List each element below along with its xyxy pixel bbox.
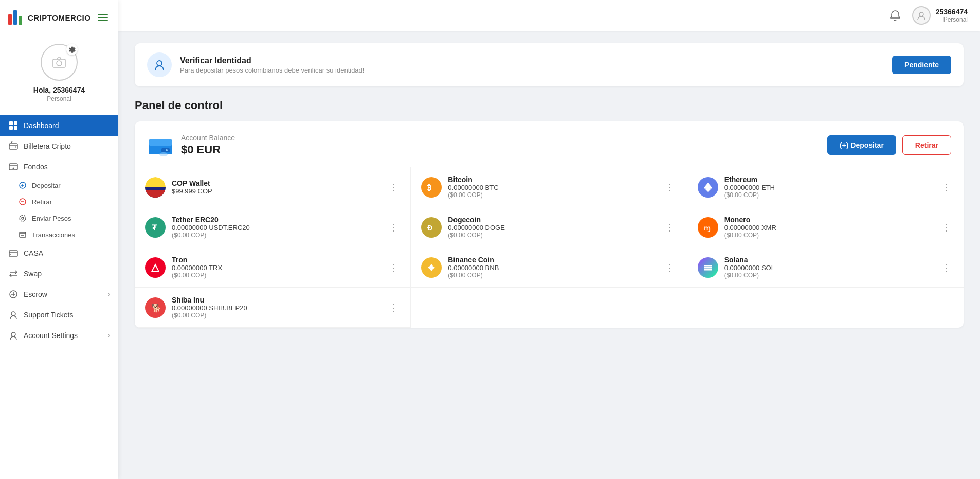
svg-rect-46 xyxy=(704,269,712,271)
wallet-card-monero[interactable]: ɱ Monero 0.00000000 XMR ($0.00 COP) ⋮ xyxy=(687,207,964,247)
solana-name: Solana xyxy=(724,256,934,264)
dogecoin-info: Dogecoin 0.00000000 DOGE ($0.00 COP) xyxy=(448,216,657,239)
solana-amount: 0.00000000 SOL xyxy=(724,264,934,272)
wallets-grid: COP Wallet $99.999 COP ⋮ ₿ Bitcoin 0.000… xyxy=(135,167,964,328)
bitcoin-name: Bitcoin xyxy=(448,175,657,184)
sidebar-item-dashboard[interactable]: Dashboard xyxy=(0,115,118,136)
verify-banner: Verificar Identidad Para depositar pesos… xyxy=(135,43,964,86)
wallet-card-ethereum[interactable]: Ethereum 0.00000000 ETH ($0.00 COP) ⋮ xyxy=(687,167,964,207)
topbar: 25366474 Personal xyxy=(118,0,980,31)
ethereum-menu-button[interactable]: ⋮ xyxy=(940,180,953,195)
depositar-button[interactable]: (+) Depositar xyxy=(827,135,896,155)
nav-section: Dashboard Billetera Cripto xyxy=(0,111,118,479)
cop-menu-button[interactable]: ⋮ xyxy=(387,180,400,195)
ethereum-name: Ethereum xyxy=(724,175,934,184)
main-content: 25366474 Personal Verificar Identidad Pa… xyxy=(118,0,980,479)
svg-text:₮: ₮ xyxy=(152,223,157,232)
svg-point-30 xyxy=(166,149,168,151)
sidebar-item-depositar[interactable]: Depositar xyxy=(0,177,118,193)
shiba-icon: 🐕 xyxy=(145,297,166,318)
svg-rect-45 xyxy=(704,267,712,269)
dashboard-body: Verificar Identidad Para depositar pesos… xyxy=(118,31,980,479)
svg-text:₿: ₿ xyxy=(427,183,431,192)
wallet-card-tron[interactable]: Tron 0.00000000 TRX ($0.00 COP) ⋮ xyxy=(135,247,411,288)
retirar-label: Retirar xyxy=(32,198,52,206)
verify-icon xyxy=(147,52,172,77)
monero-cop: ($0.00 COP) xyxy=(724,232,934,239)
tether-menu-button[interactable]: ⋮ xyxy=(387,220,400,235)
escrow-label: Escrow xyxy=(24,290,103,298)
hamburger-button[interactable] xyxy=(96,12,110,23)
pendiente-button[interactable]: Pendiente xyxy=(892,56,951,74)
svg-rect-6 xyxy=(14,121,17,125)
dogecoin-menu-button[interactable]: ⋮ xyxy=(663,220,677,235)
sidebar-item-swap[interactable]: Swap xyxy=(0,263,118,284)
verify-text: Verificar Identidad Para depositar pesos… xyxy=(180,56,884,74)
wallet-card-cop[interactable]: COP Wallet $99.999 COP ⋮ xyxy=(135,167,411,207)
ethereum-icon xyxy=(698,177,718,198)
svg-text:🐕: 🐕 xyxy=(151,303,161,313)
wallet-card-tether[interactable]: ₮ Tether ERC20 0.00000000 USDT.ERC20 ($0… xyxy=(135,207,411,247)
binance-icon xyxy=(421,257,442,278)
balance-card: Account Balance $0 EUR (+) Depositar Ret… xyxy=(135,121,964,328)
svg-point-19 xyxy=(10,254,11,255)
wallet-card-shiba[interactable]: 🐕 Shiba Inu 0.00000000 SHIB.BEP20 ($0.00… xyxy=(135,288,411,328)
bitcoin-amount: 0.00000000 BTC xyxy=(448,184,657,191)
sidebar: CRIPTOMERCIO Hola, 25366474 xyxy=(0,0,118,479)
wallet-card-bitcoin[interactable]: ₿ Bitcoin 0.00000000 BTC ($0.00 COP) ⋮ xyxy=(411,167,687,207)
depositar-label: Depositar xyxy=(32,182,61,189)
monero-menu-button[interactable]: ⋮ xyxy=(940,220,953,235)
binance-name: Binance Coin xyxy=(448,256,657,264)
solana-menu-button[interactable]: ⋮ xyxy=(940,260,953,275)
sidebar-item-fondos[interactable]: Fondos xyxy=(0,156,118,177)
sidebar-item-escrow[interactable]: Escrow › xyxy=(0,284,118,305)
wallet-card-solana[interactable]: Solana 0.00000000 SOL ($0.00 COP) ⋮ xyxy=(687,247,964,288)
dashboard-label: Dashboard xyxy=(24,121,110,130)
bitcoin-menu-button[interactable]: ⋮ xyxy=(663,180,677,195)
monero-name: Monero xyxy=(724,216,934,224)
gear-icon[interactable] xyxy=(66,44,78,55)
billetera-icon xyxy=(8,141,19,151)
balance-header: Account Balance $0 EUR (+) Depositar Ret… xyxy=(135,121,964,167)
bitcoin-info: Bitcoin 0.00000000 BTC ($0.00 COP) xyxy=(448,175,657,199)
tron-menu-button[interactable]: ⋮ xyxy=(387,260,400,275)
binance-cop: ($0.00 COP) xyxy=(448,272,657,279)
casa-label: CASA xyxy=(24,249,110,257)
depositar-icon xyxy=(19,181,27,189)
account-icon xyxy=(8,330,19,341)
user-details: 25366474 Personal xyxy=(936,8,968,23)
svg-point-28 xyxy=(159,152,168,156)
sidebar-item-enviar[interactable]: Enviar Pesos xyxy=(0,210,118,226)
sidebar-item-casa[interactable]: CASA xyxy=(0,243,118,263)
dogecoin-name: Dogecoin xyxy=(448,216,657,224)
tether-cop: ($0.00 COP) xyxy=(172,232,380,239)
sidebar-item-billetera[interactable]: Billetera Cripto xyxy=(0,136,118,156)
sidebar-item-retirar[interactable]: Retirar xyxy=(0,193,118,210)
profile-greeting: Hola, 25366474 xyxy=(33,86,85,94)
retirar-button[interactable]: Retirar xyxy=(902,135,951,155)
user-id: 25366474 xyxy=(936,8,968,16)
fondos-icon xyxy=(8,162,19,172)
tether-amount: 0.00000000 USDT.ERC20 xyxy=(172,224,380,232)
binance-menu-button[interactable]: ⋮ xyxy=(663,260,677,275)
sidebar-item-account[interactable]: Account Settings › xyxy=(0,325,118,346)
casa-icon xyxy=(8,248,19,258)
fondos-label: Fondos xyxy=(24,163,110,171)
panel-title: Panel de control xyxy=(135,99,964,112)
user-avatar xyxy=(912,6,931,25)
user-info[interactable]: 25366474 Personal xyxy=(912,6,968,25)
svg-point-16 xyxy=(22,217,24,219)
dogecoin-amount: 0.00000000 DOGE xyxy=(448,224,657,232)
svg-point-23 xyxy=(919,12,923,16)
wallet-card-binance[interactable]: Binance Coin 0.00000000 BNB ($0.00 COP) … xyxy=(411,247,687,288)
sidebar-item-transacciones[interactable]: Transacciones xyxy=(0,226,118,243)
svg-point-22 xyxy=(11,332,15,336)
svg-rect-18 xyxy=(9,251,17,256)
svg-point-12 xyxy=(13,168,14,169)
sidebar-item-support[interactable]: Support Tickets xyxy=(0,305,118,325)
balance-amount: $0 EUR xyxy=(181,143,235,156)
svg-rect-7 xyxy=(9,126,13,130)
notification-button[interactable] xyxy=(886,7,904,24)
wallet-card-dogecoin[interactable]: Ð Dogecoin 0.00000000 DOGE ($0.00 COP) ⋮ xyxy=(411,207,687,247)
shiba-menu-button[interactable]: ⋮ xyxy=(387,300,400,315)
